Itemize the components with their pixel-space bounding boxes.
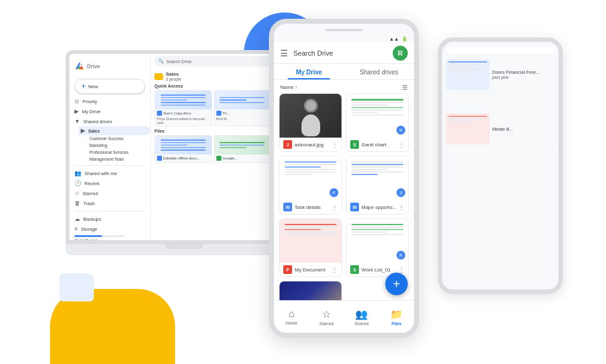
- file-more-worklist[interactable]: ⋮: [398, 266, 405, 273]
- status-bar: ▲▲ 🔋: [274, 36, 414, 42]
- starred-label: Starred: [83, 191, 98, 196]
- priority-label: Priority: [83, 99, 97, 104]
- shared-nav-label: Shared: [355, 321, 369, 326]
- sidebar-recent[interactable]: 🕐 Recent: [69, 178, 150, 188]
- file-tile-mydoc[interactable]: P My Document ⋮: [279, 218, 342, 277]
- astronaut-thumb: [280, 94, 341, 138]
- sort-control[interactable]: Name ↑: [280, 84, 297, 90]
- file-more-task[interactable]: ⋮: [331, 204, 338, 211]
- file-more-major[interactable]: ⋮: [398, 204, 405, 211]
- sort-label: Name: [280, 84, 293, 90]
- doc-lines-major: [349, 159, 406, 178]
- mydrive-icon: ▶: [74, 108, 79, 114]
- doc-line: [351, 107, 403, 108]
- sharedwme-label: Shared with me: [84, 171, 117, 176]
- fab-button[interactable]: +: [385, 273, 408, 295]
- file-tile-major[interactable]: S W Major opportu... ⋮: [346, 156, 409, 215]
- storage-fill: [74, 235, 102, 237]
- thumb-lines: [161, 93, 206, 107]
- nav-shared[interactable]: 👥 Shared: [344, 305, 379, 330]
- sidebar-trash[interactable]: 🗑 Trash: [69, 198, 150, 208]
- quick-file-2[interactable]: Th... Rich M...: [214, 90, 271, 126]
- sidebar-sub-items: ▶ Sales Customer Success Marketing Profe…: [69, 126, 150, 163]
- sidebar-priority[interactable]: ⊙ Priority: [69, 96, 150, 106]
- sort-arrow-icon: ↑: [295, 84, 297, 90]
- new-button[interactable]: + New: [74, 79, 145, 94]
- files-nav-label: Files: [391, 321, 401, 326]
- file-tile-gantt[interactable]: R S Gantt chart ⋮: [346, 93, 409, 152]
- trash-icon: 🗑: [74, 200, 80, 206]
- drive-logo-text: Drive: [87, 63, 100, 69]
- file-tile-task[interactable]: P W Task details ⋮: [279, 156, 342, 215]
- sidebar-customer-success[interactable]: Customer Success: [78, 135, 150, 142]
- doc-line: [351, 102, 403, 103]
- sidebar-mydrive[interactable]: ▶ My Drive: [69, 106, 150, 116]
- sidebar-marketing[interactable]: Marketing: [78, 142, 150, 149]
- hamburger-icon[interactable]: ☰: [280, 48, 288, 58]
- sidebar-backups[interactable]: ☁ Backups: [69, 214, 150, 224]
- thumb-line: [161, 139, 206, 141]
- nav-starred[interactable]: ☆ Starred: [309, 305, 344, 330]
- task-thumb: P: [280, 156, 341, 200]
- phone-notch: [325, 29, 363, 31]
- new-label: New: [88, 84, 98, 89]
- sidebar-starred[interactable]: ☆ Starred: [69, 188, 150, 198]
- quick-file-1[interactable]: Sue's Copy.docs Priya Sharma edited in t…: [154, 90, 212, 126]
- tab-shared-drives[interactable]: Shared drives: [344, 64, 414, 79]
- laptop-screen: Drive + New ⊙ Priority ▶ My Drive ▼ Shar…: [66, 50, 278, 244]
- user-avatar[interactable]: R: [393, 46, 408, 61]
- phone-notch-area: [274, 24, 414, 36]
- thumb-lines-3: [161, 138, 206, 152]
- pr-file-row-1[interactable]: Doors Financial Fore... past year: [446, 57, 555, 93]
- pr-thumb-1: [446, 59, 490, 90]
- folder-members: 3 people: [166, 77, 181, 81]
- file-1-name: Editable offline docu...: [163, 156, 200, 160]
- signal-icon: ▲▲: [389, 36, 399, 42]
- doc-line: [285, 169, 336, 170]
- thumb-line: [161, 94, 206, 96]
- file-name-astronaut: astronaut.jpg: [295, 142, 323, 148]
- quick-access-title: Quick Access: [154, 84, 271, 88]
- doc-line: [351, 171, 403, 173]
- tab-my-drive[interactable]: My Drive: [274, 64, 344, 79]
- astronaut-helmet: [304, 99, 318, 113]
- laptop-base: [66, 244, 303, 255]
- nav-files[interactable]: 📁 Files: [379, 305, 414, 330]
- sidebar-mgmt-team[interactable]: Management Team: [78, 156, 150, 163]
- laptop-search-bar[interactable]: 🔍 Search Drive: [154, 56, 271, 66]
- thumb-line: [161, 149, 206, 151]
- phone-search-bar[interactable]: Search Drive: [293, 49, 388, 57]
- file-card-1[interactable]: Editable offline docu...: [154, 135, 212, 163]
- doc-line: [351, 231, 388, 233]
- file-tile-info-major: W Major opportu... ⋮: [346, 200, 408, 214]
- thumb-line: [161, 102, 206, 103]
- pr-file-row-2[interactable]: Medie B...: [446, 111, 555, 147]
- file-1-type-dot: [157, 156, 162, 161]
- file-tile-worklist[interactable]: R S Work List_01 ⋮: [346, 218, 409, 277]
- sidebar-prof-services[interactable]: Professional Services: [78, 149, 150, 156]
- file-name-row-major: W Major opportu...: [350, 203, 396, 211]
- nav-home[interactable]: ⌂ Home: [274, 305, 309, 329]
- file-more-mydoc[interactable]: ⋮: [331, 266, 338, 273]
- list-view-icon[interactable]: ☰: [402, 84, 408, 91]
- worklist-avatar: R: [396, 250, 406, 260]
- backups-label: Backups: [83, 216, 101, 222]
- drive-main: 🔍 Search Drive Sales 3 people Quick Acce…: [151, 54, 275, 240]
- file-more-astronaut[interactable]: ⋮: [331, 141, 338, 148]
- sidebar-shareddrives[interactable]: ▼ Shared drives: [69, 116, 150, 126]
- file-more-gantt[interactable]: ⋮: [398, 141, 405, 148]
- sidebar-sales[interactable]: ▶ Sales: [78, 126, 150, 135]
- quick-file-2-info: Th...: [215, 109, 271, 117]
- storage-used: 30.7 GB used: [74, 238, 145, 242]
- file-name-major: Major opportu...: [361, 205, 396, 210]
- file-1-thumb: [155, 136, 211, 154]
- files-grid: Editable offline docu...: [154, 135, 271, 163]
- file-card-2[interactable]: Google...: [214, 135, 271, 163]
- file-tile-astronaut[interactable]: J astronaut.jpg ⋮: [279, 93, 342, 152]
- astronaut-figure: [293, 96, 328, 136]
- doc-line: [285, 231, 336, 233]
- sidebar-storage[interactable]: ≡ Storage: [69, 224, 150, 234]
- gantt-thumb: R: [346, 94, 408, 138]
- phone-main: ▲▲ 🔋 ☰ Search Drive R My Drive Shared dr…: [269, 19, 432, 350]
- sidebar-shared-with-me[interactable]: 👥 Shared with me: [69, 168, 150, 178]
